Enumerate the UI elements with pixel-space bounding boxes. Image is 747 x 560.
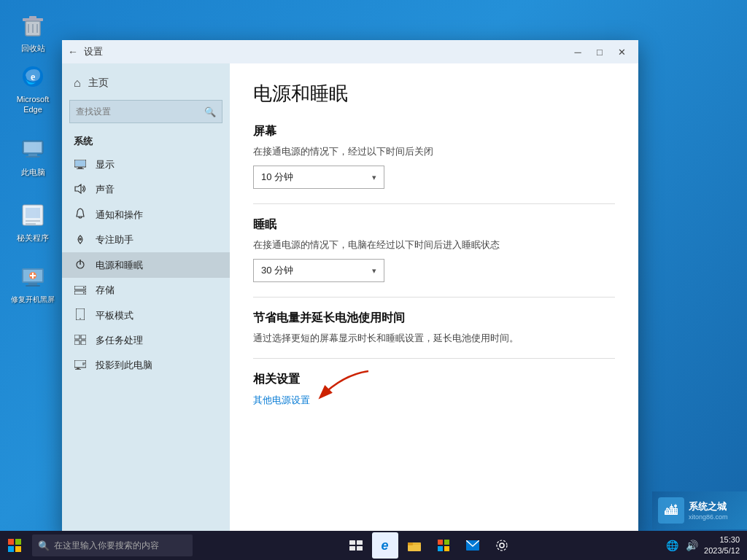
tablet-label: 平板模式 <box>96 309 133 322</box>
svg-rect-37 <box>74 335 80 339</box>
sidebar-item-storage[interactable]: 存储 <box>62 278 230 303</box>
display-label: 显示 <box>96 158 115 171</box>
desktop-icon-secret-prog[interactable]: 秘关程序 <box>7 201 58 243</box>
svg-point-28 <box>79 238 82 241</box>
home-label: 主页 <box>88 77 109 90</box>
sleep-heading: 睡眠 <box>253 217 615 233</box>
sidebar-home[interactable]: ⌂ 主页 <box>62 71 230 96</box>
settings-sidebar: ⌂ 主页 🔍 系统 显示 声音 <box>62 63 230 536</box>
svg-rect-60 <box>444 546 449 551</box>
file-explorer-button[interactable] <box>401 532 427 559</box>
notifications-icon <box>74 208 87 222</box>
svg-rect-47 <box>8 539 14 545</box>
screen-timeout-value: 10 分钟 <box>261 171 293 184</box>
other-power-settings-link[interactable]: 其他电源设置 <box>253 394 310 405</box>
minimize-button[interactable]: ─ <box>567 42 589 62</box>
red-arrow-annotation <box>306 368 376 408</box>
svg-rect-51 <box>349 540 355 545</box>
svg-point-62 <box>500 543 504 548</box>
sleep-timeout-dropdown[interactable]: 30 分钟 ▾ <box>253 259 384 282</box>
sidebar-item-power[interactable]: 电源和睡眠 <box>62 252 230 278</box>
store-button[interactable] <box>430 532 457 559</box>
sidebar-item-display[interactable]: 显示 <box>62 152 230 177</box>
screen-heading: 屏幕 <box>253 124 615 139</box>
notifications-label: 通知和操作 <box>96 209 143 222</box>
taskbar-middle: e <box>193 532 665 559</box>
desktop-icon-recycle-bin[interactable]: 回收站 <box>7 11 58 53</box>
back-button[interactable]: ← <box>68 46 78 58</box>
svg-rect-54 <box>357 546 363 551</box>
recycle-bin-icon <box>18 11 47 40</box>
sidebar-search[interactable]: 🔍 <box>69 100 222 123</box>
taskbar-clock: 15:30 2023/5/12 <box>704 534 740 557</box>
svg-marker-27 <box>75 184 81 193</box>
power-label: 电源和睡眠 <box>96 259 143 272</box>
display-icon <box>74 159 87 171</box>
battery-heading: 节省电量并延长电池使用时间 <box>253 311 615 326</box>
sound-icon <box>74 184 87 196</box>
svg-rect-11 <box>26 156 40 158</box>
svg-text:e: e <box>31 71 35 82</box>
taskbar-search-text: 在这里输入你要搜索的内容 <box>54 540 159 552</box>
section-divider-1 <box>253 203 615 204</box>
main-content-area: 电源和睡眠 屏幕 在接通电源的情况下，经过以下时间后关闭 10 分钟 ▾ 睡眠 … <box>230 63 638 536</box>
screen-desc: 在接通电源的情况下，经过以下时间后关闭 <box>253 145 615 158</box>
this-pc-label: 此电脑 <box>21 167 45 177</box>
taskbar-search[interactable]: 🔍 在这里输入你要搜索的内容 <box>32 534 193 556</box>
settings-taskbar-button[interactable] <box>489 532 515 559</box>
recycle-bin-label: 回收站 <box>21 43 45 53</box>
mail-button[interactable] <box>460 532 486 559</box>
sleep-dropdown-arrow: ▾ <box>372 266 376 276</box>
desktop-icon-repair[interactable]: 修复开机黑屏 <box>7 262 58 304</box>
close-button[interactable]: ✕ <box>611 42 632 62</box>
svg-point-33 <box>83 287 85 288</box>
search-input[interactable] <box>76 106 204 117</box>
svg-rect-13 <box>26 208 40 218</box>
svg-rect-49 <box>8 546 14 552</box>
volume-icon[interactable]: 🔊 <box>684 538 700 553</box>
multitask-label: 多任务处理 <box>96 334 143 347</box>
watermark-title: 系统之城 <box>689 500 728 513</box>
project-label: 投影到此电脑 <box>96 359 152 372</box>
sidebar-item-sound[interactable]: 声音 <box>62 177 230 202</box>
focus-icon <box>74 234 87 246</box>
svg-rect-53 <box>349 546 355 551</box>
section-divider-3 <box>253 358 615 359</box>
svg-rect-42 <box>77 368 80 369</box>
svg-rect-40 <box>81 341 86 345</box>
taskbar-tray: 🌐 🔊 15:30 2023/5/12 <box>665 534 747 557</box>
sleep-desc: 在接通电源的情况下，电脑在经过以下时间后进入睡眠状态 <box>253 238 615 252</box>
network-icon[interactable]: 🌐 <box>665 538 680 553</box>
section-divider-2 <box>253 297 615 298</box>
start-button[interactable] <box>0 531 29 560</box>
taskbar: 🔍 在这里输入你要搜索的内容 e 🌐 🔊 15 <box>0 531 747 560</box>
edge-label2: Edge <box>23 104 42 114</box>
sidebar-item-tablet[interactable]: 平板模式 <box>62 303 230 328</box>
sidebar-item-project[interactable]: 投影到此电脑 <box>62 353 230 378</box>
home-icon: ⌂ <box>74 77 81 90</box>
svg-rect-50 <box>15 546 21 552</box>
battery-desc: 通过选择更短的屏幕显示时长和睡眠设置，延长电池使用时间。 <box>253 332 615 345</box>
maximize-button[interactable]: □ <box>589 42 611 62</box>
svg-point-63 <box>497 540 507 551</box>
this-pc-icon <box>18 135 47 164</box>
watermark-url: xitong86.com <box>689 513 728 521</box>
focus-label: 专注助手 <box>96 233 133 246</box>
desktop-icon-edge[interactable]: e Microsoft Edge <box>7 62 58 115</box>
watermark-text: 系统之城 xitong86.com <box>689 500 728 521</box>
sidebar-item-notifications[interactable]: 通知和操作 <box>62 202 230 228</box>
date-display: 2023/5/12 <box>704 545 740 556</box>
task-view-button[interactable] <box>343 532 369 559</box>
related-settings: 相关设置 其他电源设置 <box>253 372 615 407</box>
edge-label: Microsoft <box>17 94 50 104</box>
desktop: 回收站 e Microsoft Edge 此电脑 <box>0 0 747 560</box>
sidebar-item-focus[interactable]: 专注助手 <box>62 228 230 252</box>
screen-timeout-dropdown[interactable]: 10 分钟 ▾ <box>253 166 384 189</box>
desktop-icon-this-pc[interactable]: 此电脑 <box>7 135 58 177</box>
tablet-icon <box>74 308 87 322</box>
multitask-icon <box>74 335 87 347</box>
related-link-container: 其他电源设置 <box>253 393 310 407</box>
svg-rect-58 <box>444 540 449 545</box>
edge-taskbar-button[interactable]: e <box>372 532 398 559</box>
sidebar-item-multitask[interactable]: 多任务处理 <box>62 328 230 353</box>
